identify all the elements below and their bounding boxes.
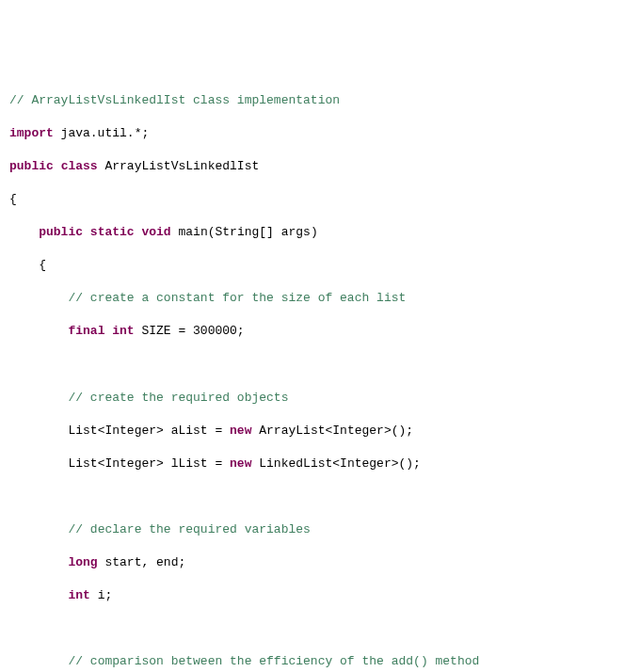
keyword-final: final: [68, 324, 104, 338]
lhs: List<Integer> lList =: [68, 456, 230, 471]
keyword-void: void: [141, 225, 170, 239]
keyword-int: int: [112, 324, 134, 338]
keyword-new: new: [230, 424, 251, 438]
keyword-public: public: [9, 159, 54, 173]
comment: // ArrayListVsLinkedlIst class implement…: [9, 93, 340, 107]
class-name: ArrayListVsLinkedlIst: [98, 159, 260, 173]
keyword-long: long: [68, 555, 97, 569]
ctor: LinkedList<Integer>();: [251, 456, 420, 471]
class-decl: public class ArrayListVsLinkedlIst: [9, 158, 631, 175]
vars: i;: [90, 588, 112, 602]
code-block: // ArrayListVsLinkedlIst class implement…: [9, 75, 631, 672]
int-decl: int i;: [9, 587, 631, 604]
comment-line: // declare the required variables: [9, 521, 631, 538]
import-line: import java.util.*;: [9, 125, 631, 142]
comment: // create a constant for the size of eac…: [68, 291, 406, 305]
ctor: ArrayList<Integer>();: [251, 424, 413, 438]
keyword-new: new: [230, 456, 251, 471]
keyword-public: public: [39, 225, 83, 239]
comment-line: // create the required objects: [9, 390, 631, 407]
comment: // comparison between the efficiency of …: [68, 654, 479, 668]
brace: {: [9, 191, 631, 208]
keyword-static: static: [90, 225, 135, 239]
blank-line: [9, 620, 631, 637]
comment-line: // comparison between the efficiency of …: [9, 653, 631, 670]
method-decl: public static void main(String[] args): [9, 224, 631, 241]
llist-decl: List<Integer> lList = new LinkedList<Int…: [9, 456, 631, 472]
comment-line: // create a constant for the size of eac…: [9, 290, 631, 307]
size-value: SIZE = 300000;: [135, 324, 245, 338]
blank-line: [9, 356, 631, 373]
lhs: List<Integer> aList =: [68, 424, 230, 438]
comment-line: // ArrayListVsLinkedlIst class implement…: [9, 92, 631, 109]
brace: {: [9, 257, 631, 274]
import-package: java.util.*;: [54, 126, 149, 140]
vars: start, end;: [98, 555, 186, 569]
blank-line: [9, 488, 631, 505]
comment: // create the required objects: [68, 391, 288, 405]
size-decl: final int SIZE = 300000;: [9, 323, 631, 340]
alist-decl: List<Integer> aList = new ArrayList<Inte…: [9, 423, 631, 440]
keyword-class: class: [61, 159, 98, 173]
comment: // declare the required variables: [68, 522, 310, 536]
keyword-int: int: [68, 588, 89, 602]
long-decl: long start, end;: [9, 554, 631, 571]
method-sig: main(String[] args): [171, 225, 318, 239]
keyword-import: import: [9, 126, 54, 140]
